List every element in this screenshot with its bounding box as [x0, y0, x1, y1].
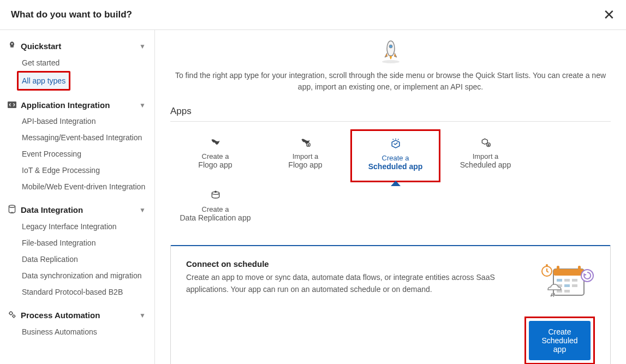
dialog-header: What do you want to build? ✕ [0, 0, 626, 30]
close-icon[interactable]: ✕ [603, 8, 615, 22]
create-button-highlight: Create Scheduled app [524, 317, 595, 364]
app-line1: Import a [444, 152, 527, 160]
section-title: Process Automation [21, 311, 139, 320]
sidebar-item-standard-protocol[interactable]: Standard Protocol-based B2B [19, 284, 150, 300]
sidebar-item-iot-edge[interactable]: IoT & Edge Processing [19, 162, 150, 178]
dialog-title: What do you want to build? [11, 9, 132, 20]
svg-point-1 [9, 205, 15, 207]
app-card-import-flogo[interactable]: Import a Flogo app [260, 129, 350, 182]
sidebar-item-get-started[interactable]: Get started [19, 55, 150, 71]
apps-heading: Apps [170, 106, 611, 122]
flogo-import-icon [264, 136, 347, 149]
apps-grid: Create a Flogo app Import a Flogo app [170, 129, 611, 232]
app-card-import-scheduled[interactable]: Import a Scheduled app [440, 129, 530, 182]
database-icon [7, 205, 17, 215]
svg-rect-24 [572, 284, 577, 287]
detail-panel: Connect on schedule Create an app to mov… [170, 245, 611, 364]
app-line1: Create a [174, 205, 257, 213]
svg-point-29 [581, 270, 593, 282]
main-content: To find the right app type for your inte… [155, 30, 626, 364]
svg-rect-0 [8, 102, 16, 108]
svg-point-4 [9, 312, 12, 314]
section-quickstart: Quickstart ▼ Get started All app types [2, 38, 150, 91]
chevron-down-icon: ▼ [139, 102, 146, 109]
detail-desc: Create an app to move or sync data, auto… [186, 272, 524, 295]
sidebar: Quickstart ▼ Get started All app types A… [0, 30, 155, 364]
chevron-down-icon: ▼ [139, 312, 146, 319]
dialog-body: Quickstart ▼ Get started All app types A… [0, 30, 626, 364]
intro-block: To find the right app type for your inte… [170, 38, 611, 93]
detail-title: Connect on schedule [186, 259, 524, 268]
sidebar-item-file-based[interactable]: File-based Integration [19, 235, 150, 251]
sidebar-item-business-automations[interactable]: Business Automations [19, 324, 150, 340]
sidebar-item-data-replication[interactable]: Data Replication [19, 251, 150, 267]
svg-point-5 [13, 315, 15, 317]
app-line1: Create a [355, 154, 436, 162]
chevron-down-icon: ▼ [139, 43, 146, 50]
sidebar-item-data-sync[interactable]: Data synchronization and migration [19, 267, 150, 284]
sidebar-item-messaging-event[interactable]: Messaging/Event-based Integration [19, 129, 150, 146]
section-title: Application Integration [21, 100, 139, 110]
gears-icon [7, 310, 17, 320]
section-header-data-integration[interactable]: Data Integration ▼ [2, 201, 150, 218]
svg-rect-21 [572, 279, 577, 282]
app-card-create-data-replication[interactable]: Create a Data Replication app [170, 182, 260, 232]
detail-right: Create Scheduled app [524, 259, 595, 364]
section-header-app-integration[interactable]: Application Integration ▼ [2, 97, 150, 113]
app-line1: Create a [174, 152, 257, 160]
data-replication-icon [174, 189, 257, 202]
section-header-quickstart[interactable]: Quickstart ▼ [2, 38, 150, 55]
app-line2: Data Replication app [174, 213, 257, 222]
svg-point-28 [546, 264, 548, 266]
section-title: Data Integration [21, 205, 139, 214]
svg-line-9 [392, 139, 393, 140]
svg-rect-26 [564, 290, 570, 293]
svg-point-6 [382, 60, 400, 63]
app-line2: Scheduled app [444, 160, 527, 169]
sidebar-item-all-app-types[interactable]: All app types [17, 71, 70, 91]
section-title: Quickstart [21, 41, 139, 51]
app-line2: Flogo app [174, 160, 257, 169]
rocket-launch-icon [170, 38, 611, 65]
section-app-integration: Application Integration ▼ API-based Inte… [2, 97, 150, 195]
scheduled-import-icon [444, 136, 527, 149]
svg-point-14 [214, 191, 216, 193]
app-line2: Flogo app [264, 160, 347, 169]
schedule-illustration-icon [524, 259, 595, 303]
svg-rect-17 [557, 266, 559, 272]
svg-point-7 [389, 45, 392, 48]
svg-rect-23 [564, 284, 570, 287]
intro-text: To find the right app type for your inte… [170, 70, 611, 93]
app-line1: Import a [264, 152, 347, 160]
app-line2: Scheduled app [355, 162, 436, 171]
sidebar-item-mobile-web[interactable]: Mobile/Web Event-driven Integration [19, 178, 150, 195]
sidebar-item-event-processing[interactable]: Event Processing [19, 146, 150, 162]
svg-rect-19 [557, 279, 562, 282]
svg-line-11 [398, 139, 398, 140]
sidebar-item-legacy-interface[interactable]: Legacy Interface Integration [19, 218, 150, 235]
section-header-process-automation[interactable]: Process Automation ▼ [2, 307, 150, 324]
sidebar-item-api-based[interactable]: API-based Integration [19, 113, 150, 129]
section-data-integration: Data Integration ▼ Legacy Interface Inte… [2, 201, 150, 300]
scheduled-icon [355, 138, 436, 151]
rocket-icon [7, 41, 17, 51]
svg-rect-20 [564, 279, 570, 282]
app-card-create-scheduled[interactable]: Create a Scheduled app [350, 129, 440, 182]
section-process-automation: Process Automation ▼ Business Automation… [2, 307, 150, 340]
selected-pointer-icon [391, 181, 401, 186]
flogo-icon [174, 136, 257, 149]
code-block-icon [7, 100, 17, 110]
app-card-create-flogo[interactable]: Create a Flogo app [170, 129, 260, 182]
svg-rect-18 [578, 266, 581, 272]
create-scheduled-app-button[interactable]: Create Scheduled app [529, 321, 591, 360]
chevron-down-icon: ▼ [139, 206, 146, 214]
detail-text: Connect on schedule Create an app to mov… [186, 259, 524, 295]
